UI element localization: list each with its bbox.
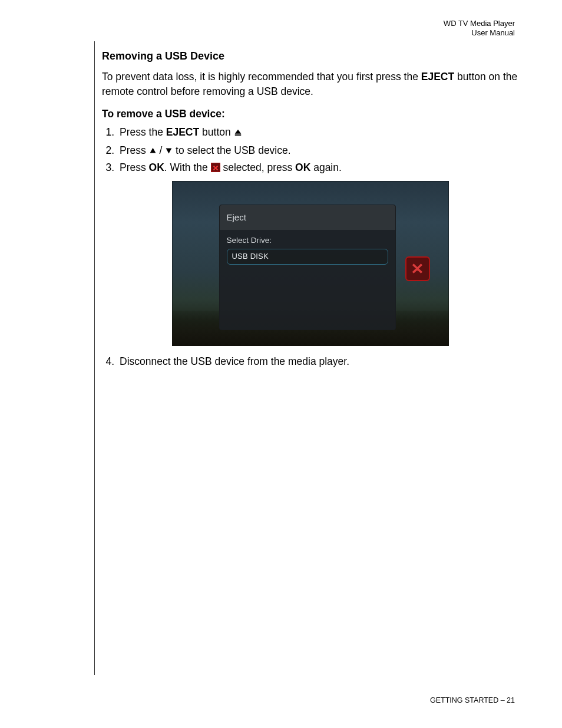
- close-icon: [211, 163, 220, 172]
- drive-select-field[interactable]: USB DISK: [227, 249, 388, 265]
- step-3-ok-1: OK: [149, 162, 164, 173]
- step-3-ok-2: OK: [295, 162, 310, 173]
- step-1-pre: Press the: [120, 126, 166, 138]
- arrow-down-icon: [165, 144, 173, 159]
- step-3-pre: Press: [120, 162, 149, 173]
- product-header: WD TV Media Player User Manual: [444, 19, 515, 38]
- intro-text-pre: To prevent data loss, it is highly recom…: [102, 71, 421, 83]
- eject-icon: [234, 126, 242, 141]
- doc-type: User Manual: [444, 28, 515, 38]
- step-3-mid1: . With the: [164, 162, 211, 173]
- step-1: Press the EJECT button: [117, 125, 518, 141]
- step-1-post: button: [199, 126, 233, 138]
- select-drive-label: Select Drive:: [227, 235, 388, 246]
- arrow-up-icon: [149, 144, 157, 159]
- page-footer: GETTING STARTED – 21: [430, 696, 515, 704]
- eject-dialog: Eject Select Drive: USB DISK: [219, 205, 396, 330]
- section-title: Removing a USB Device: [102, 48, 518, 64]
- content-column: Removing a USB Device To prevent data lo…: [94, 41, 518, 675]
- eject-dialog-screenshot: Eject Select Drive: USB DISK ✕: [172, 181, 449, 346]
- eject-dialog-title: Eject: [220, 205, 395, 230]
- step-4: Disconnect the USB device from the media…: [117, 354, 518, 369]
- footer-sep: –: [498, 696, 507, 704]
- svg-marker-3: [166, 148, 172, 153]
- step-2-post: to select the USB device.: [176, 144, 291, 156]
- intro-paragraph: To prevent data loss, it is highly recom…: [102, 70, 518, 100]
- close-dialog-button[interactable]: ✕: [405, 256, 430, 281]
- step-3-post: again.: [310, 162, 342, 173]
- svg-marker-2: [150, 147, 156, 153]
- svg-marker-0: [234, 130, 241, 134]
- footer-section: GETTING STARTED: [430, 696, 498, 704]
- step-1-eject-bold: EJECT: [166, 126, 199, 138]
- step-2-sep: /: [157, 144, 166, 156]
- step-2-pre: Press: [120, 144, 149, 156]
- footer-page: 21: [507, 696, 515, 704]
- step-3-mid2: selected, press: [220, 162, 295, 173]
- close-icon: ✕: [411, 261, 424, 276]
- step-2: Press / to select the USB device.: [117, 143, 518, 159]
- procedure-subhead: To remove a USB device:: [102, 107, 518, 121]
- intro-eject-bold: EJECT: [421, 71, 454, 83]
- step-3: Press OK. With the selected, press OK ag…: [117, 160, 518, 175]
- procedure-steps-cont: Disconnect the USB device from the media…: [105, 354, 518, 369]
- product-name: WD TV Media Player: [444, 19, 515, 28]
- svg-rect-1: [234, 134, 241, 136]
- procedure-steps: Press the EJECT button Press / to select…: [105, 125, 518, 175]
- eject-dialog-body: Select Drive: USB DISK: [220, 230, 395, 264]
